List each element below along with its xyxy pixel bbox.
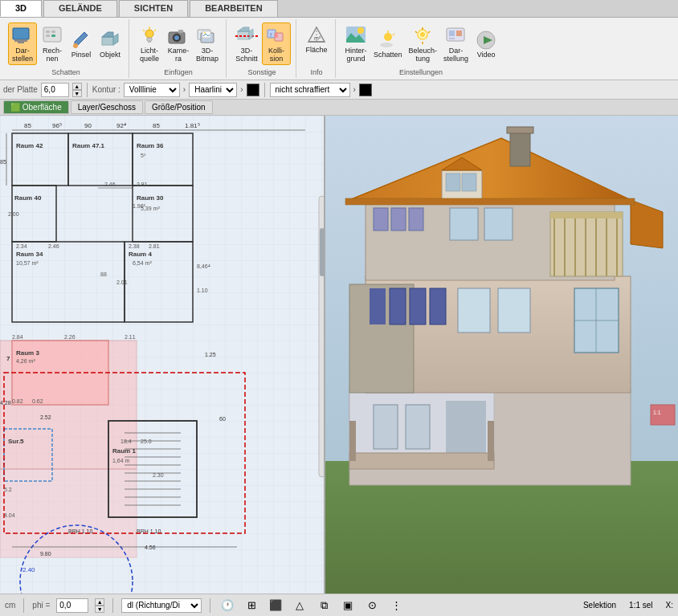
- top-tab-bar: 3D GELÄNDE SICHTEN BEARBEITEN: [0, 0, 678, 18]
- svg-rect-4: [46, 31, 50, 33]
- spin-down[interactable]: ▼: [72, 90, 82, 97]
- ribbon-btn-darstellung[interactable]: Dar-stellung: [441, 23, 471, 65]
- ribbon-btn-video[interactable]: Video: [472, 27, 500, 61]
- svg-text:0.82: 0.82: [12, 398, 23, 404]
- svg-text:2.81: 2.81: [149, 243, 160, 249]
- tab-gelande[interactable]: GELÄNDE: [43, 0, 117, 17]
- ribbon-btn-kollision[interactable]: ! Kolli-sion: [262, 22, 291, 66]
- svg-rect-163: [507, 127, 533, 133]
- phi-spinner[interactable]: ▲ ▼: [95, 598, 104, 613]
- dl-select[interactable]: dl (Richtung/Di: [121, 598, 202, 613]
- ribbon-btn-beleuchtung[interactable]: Beleuch-tung: [406, 23, 440, 65]
- svg-text:8,46⁴: 8,46⁴: [197, 263, 210, 269]
- phi-input[interactable]: [56, 598, 88, 613]
- bottom-triangle-icon[interactable]: △: [291, 597, 308, 614]
- svg-text:7: 7: [6, 355, 10, 362]
- ribbon-btn-pinsel[interactable]: Pinsel: [67, 27, 95, 61]
- bottom-dots-icon[interactable]: ⋮: [387, 597, 405, 614]
- ribbon-btn-rechnen[interactable]: Rech-nen: [39, 23, 66, 65]
- svg-text:Raum 4: Raum 4: [129, 251, 152, 258]
- svg-text:2.46: 2.46: [48, 243, 59, 249]
- svg-line-49: [415, 31, 417, 33]
- svg-text:4,26 m²: 4,26 m²: [16, 358, 35, 364]
- pinsel-label: Pinsel: [71, 51, 92, 59]
- hintergrund-icon: [345, 25, 367, 47]
- svg-text:6,54 m²: 6,54 m²: [133, 260, 152, 266]
- video-icon: [475, 29, 497, 51]
- ribbon-btn-darstellen[interactable]: Dar-stellen: [8, 22, 37, 66]
- sonstige-group-label: Sonstige: [248, 68, 276, 76]
- schatten-einstellung-icon: [377, 29, 399, 51]
- prop-color2[interactable]: [359, 84, 372, 96]
- phi-spin-down[interactable]: ▼: [95, 606, 104, 613]
- svg-text:96⁵: 96⁵: [52, 122, 62, 129]
- ribbon-btn-3d-bitmap[interactable]: 3D-Bitmap: [194, 23, 221, 65]
- kollision-icon: !: [265, 25, 288, 47]
- tab-bearbeiten[interactable]: BEARBEITEN: [190, 0, 278, 17]
- svg-text:88: 88: [100, 271, 107, 277]
- svg-text:2.81: 2.81: [137, 182, 148, 187]
- hintergrund-label: Hinter-grund: [345, 47, 367, 63]
- svg-text:Raum 36: Raum 36: [137, 142, 164, 149]
- bottom-grid-icon[interactable]: ⊞: [243, 597, 260, 614]
- prop-haarlinie-select[interactable]: Haarlinie: [189, 83, 237, 97]
- phi-label: phi =: [32, 601, 50, 610]
- ribbon-btn-3d-schnitt[interactable]: 3D-Schnitt: [233, 23, 260, 65]
- phi-spin-up[interactable]: ▲: [95, 598, 104, 606]
- bottom-cube-icon[interactable]: ⬛: [267, 597, 284, 614]
- bottom-layers-icon[interactable]: ⧉: [315, 597, 333, 614]
- prop-platte-spinner[interactable]: ▲ ▼: [72, 83, 82, 97]
- ribbon-btn-objekt[interactable]: Objekt: [96, 27, 124, 61]
- bottom-compass-icon[interactable]: ⊙: [363, 597, 381, 614]
- svg-text:Raum 30: Raum 30: [137, 194, 164, 202]
- darstellen-label: Dar-stellen: [12, 47, 33, 63]
- ribbon-group-sonstige: 3D-Schnitt ! Kolli-sion Sonstige: [228, 19, 296, 78]
- darstellung-label: Dar-stellung: [443, 47, 468, 63]
- svg-rect-5: [51, 31, 55, 33]
- view-tab-grosse[interactable]: Größe/Position: [145, 100, 213, 114]
- svg-rect-53: [456, 31, 462, 36]
- view-tab-layer[interactable]: Layer/Geschoss: [71, 100, 143, 114]
- svg-text:!: !: [270, 31, 272, 39]
- darstellen-icon: [11, 25, 34, 47]
- svg-rect-172: [484, 208, 513, 240]
- bottom-frame-icon[interactable]: ▣: [339, 597, 357, 614]
- schatten-label2: Schatten: [374, 51, 402, 59]
- ribbon-btn-hintergrund[interactable]: Hinter-grund: [342, 23, 370, 65]
- ribbon-btn-lichtquelle[interactable]: Licht-quelle: [136, 23, 163, 65]
- prop-kontur-label: Kontur :: [92, 85, 120, 94]
- tab-3d[interactable]: 3D: [0, 0, 42, 17]
- status-right: Selektion 1:1 sel X:: [583, 601, 673, 610]
- svg-point-25: [204, 32, 206, 34]
- prop-kontur-select[interactable]: Volllinie Strichlinie: [124, 83, 180, 97]
- svg-text:1:1: 1:1: [653, 410, 661, 415]
- unit-label: cm: [5, 601, 15, 610]
- svg-text:1.25: 1.25: [205, 352, 216, 357]
- prop-color1[interactable]: [247, 84, 259, 96]
- svg-rect-185: [349, 453, 494, 469]
- rechnen-label: Rech-nen: [43, 47, 62, 63]
- tab-sichten[interactable]: SICHTEN: [119, 0, 188, 17]
- ribbon-btn-schatten-btn[interactable]: Schatten: [371, 27, 405, 61]
- svg-text:85: 85: [24, 122, 31, 129]
- svg-marker-29: [249, 29, 253, 39]
- separator1: [87, 83, 88, 97]
- ribbon-btn-kamera[interactable]: Kame-ra: [165, 23, 192, 65]
- svg-text:4.28: 4.28: [0, 400, 11, 406]
- ribbon-group-einstellungen: Hinter-grund Schatten: [337, 19, 504, 78]
- svg-text:5¹: 5¹: [141, 153, 146, 158]
- svg-text:Raum 1: Raum 1: [112, 447, 136, 455]
- ribbon-btn-flache[interactable]: m² Fläche: [303, 22, 330, 56]
- prop-platte-input[interactable]: [41, 83, 69, 97]
- lichtquelle-icon: [138, 25, 161, 47]
- bottom-clock-icon[interactable]: 🕐: [219, 597, 236, 614]
- spin-up[interactable]: ▲: [72, 83, 82, 90]
- kamera-icon: [167, 25, 190, 47]
- svg-rect-0: [13, 28, 29, 39]
- svg-rect-169: [391, 208, 406, 230]
- prop-schraffur-select[interactable]: nicht schraffiert schraffiert: [270, 83, 350, 97]
- view-tab-oberflache[interactable]: 🟩 Oberfläche: [3, 100, 69, 114]
- svg-rect-9: [102, 37, 113, 45]
- svg-rect-143: [320, 228, 325, 276]
- svg-rect-14: [148, 41, 151, 43]
